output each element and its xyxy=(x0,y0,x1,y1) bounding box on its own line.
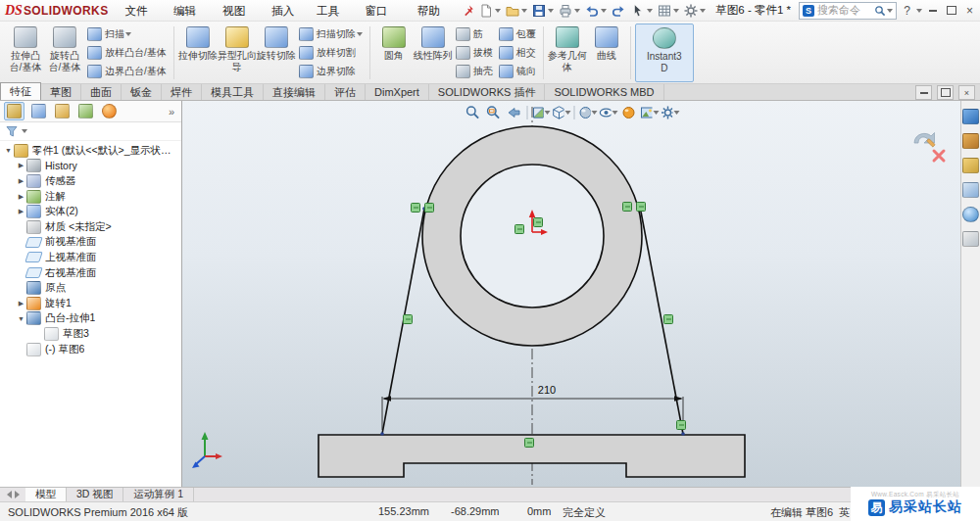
appearances-scenes-icon[interactable] xyxy=(962,207,979,222)
select-button[interactable] xyxy=(628,1,655,20)
display-style-button[interactable] xyxy=(578,104,598,121)
restore-button[interactable] xyxy=(943,2,959,20)
menu-edit[interactable]: 编辑(E) xyxy=(167,0,216,22)
tab-surfaces[interactable]: 曲面 xyxy=(81,84,122,100)
menu-window[interactable]: 窗口(W) xyxy=(359,0,411,22)
undo-button[interactable] xyxy=(582,1,609,20)
view-settings-button[interactable] xyxy=(661,104,680,121)
tree-item-solid-bodies[interactable]: ▶ 实体(2) xyxy=(0,204,181,219)
new-document-button[interactable] xyxy=(476,1,503,20)
curves-button[interactable]: 曲线 xyxy=(587,24,626,82)
graphics-viewport[interactable]: 210 xyxy=(182,101,960,487)
motion-study-tab[interactable]: 运动算例 1 xyxy=(123,488,194,501)
doc-close-button[interactable]: × xyxy=(958,85,975,100)
tab-dimxpert[interactable]: DimXpert xyxy=(366,84,429,100)
boundary-boss-button[interactable]: 边界凸台/基体 xyxy=(84,63,170,80)
tree-item-revolve1[interactable]: ▶ 旋转1 xyxy=(0,296,181,311)
draft-button[interactable]: 拔模 xyxy=(453,44,496,62)
extruded-cut-button[interactable]: 拉伸切除 xyxy=(178,24,218,82)
tab-sketch[interactable]: 草图 xyxy=(41,84,81,100)
hole-wizard-button[interactable]: 异型孔向导 xyxy=(218,24,257,82)
menu-tools[interactable]: 工具(T) xyxy=(310,0,358,22)
menu-view[interactable]: 视图(V) xyxy=(216,0,265,22)
custom-properties-icon[interactable] xyxy=(962,231,979,247)
save-button[interactable] xyxy=(529,1,556,20)
menu-file[interactable]: 文件(F) xyxy=(119,0,167,22)
tab-scroll-buttons[interactable] xyxy=(0,488,25,501)
swept-boss-button[interactable]: 扫描 xyxy=(84,25,170,43)
help-button[interactable]: ? xyxy=(899,2,915,20)
expander-icon[interactable]: ▶ xyxy=(16,162,26,169)
tab-sw-mbd[interactable]: SOLIDWORKS MBD xyxy=(545,84,663,100)
extruded-boss-button[interactable]: 拉伸凸台/基体 xyxy=(6,24,45,82)
view-orientation-button[interactable] xyxy=(552,104,571,121)
tree-item-annotations[interactable]: ▶ 注解 xyxy=(0,189,181,205)
design-library-icon[interactable] xyxy=(962,133,979,149)
sketch-canvas[interactable]: 210 xyxy=(182,101,960,487)
redo-button[interactable] xyxy=(609,1,628,20)
tab-direct-editing[interactable]: 直接编辑 xyxy=(264,84,325,100)
tree-item-top-plane[interactable]: 上视基准面 xyxy=(0,250,181,265)
hide-show-items-button[interactable] xyxy=(599,104,618,121)
filter-dropdown-caret[interactable] xyxy=(22,129,27,133)
sketch-point[interactable] xyxy=(380,432,384,436)
open-document-button[interactable] xyxy=(503,1,529,20)
options-button[interactable] xyxy=(681,1,708,20)
instant3d-toggle[interactable]: Instant3D xyxy=(635,24,694,82)
close-button[interactable]: × xyxy=(961,2,978,20)
tab-sheet-metal[interactable]: 钣金 xyxy=(122,84,162,100)
dimension-210-text[interactable]: 210 xyxy=(538,384,556,396)
lofted-boss-button[interactable]: 放样凸台/基体 xyxy=(84,44,170,62)
configurationmanager-tab[interactable] xyxy=(53,103,72,119)
help-dropdown-caret[interactable] xyxy=(916,9,922,13)
tab-evaluate[interactable]: 评估 xyxy=(325,84,366,100)
resources-icon[interactable] xyxy=(962,109,979,124)
zoom-area-button[interactable] xyxy=(484,104,504,121)
print-button[interactable] xyxy=(556,1,582,20)
3d-views-tab[interactable]: 3D 视图 xyxy=(67,488,123,501)
menu-insert[interactable]: 插入(I) xyxy=(265,0,310,22)
doc-minimize-button[interactable] xyxy=(915,85,932,100)
featuremanager-tab[interactable] xyxy=(4,102,24,120)
expander-icon[interactable]: ▶ xyxy=(16,177,26,185)
tree-item-material[interactable]: 材质 <未指定> xyxy=(0,219,181,235)
boundary-cut-button[interactable]: 边界切除 xyxy=(296,63,366,80)
menu-help[interactable]: 帮助(H) xyxy=(411,0,461,22)
tree-item-sensors[interactable]: ▶ 传感器 xyxy=(0,173,181,189)
lofted-cut-button[interactable]: 放样切割 xyxy=(296,44,366,62)
tab-sw-addins[interactable]: SOLIDWORKS 插件 xyxy=(429,84,546,100)
tree-item-history[interactable]: ▶ History xyxy=(0,159,181,174)
displaymanager-tab[interactable] xyxy=(100,103,119,119)
tree-item-boss-extrude1[interactable]: ▼ 凸台-拉伸1 xyxy=(0,311,181,327)
command-search-input[interactable]: S 搜索命令 xyxy=(799,2,897,20)
pin-menu-button[interactable] xyxy=(460,1,476,20)
expander-icon[interactable]: ▼ xyxy=(16,315,26,322)
dimension-210-group[interactable]: 210 xyxy=(382,384,683,430)
intersect-button[interactable]: 相交 xyxy=(496,44,539,62)
panel-tabs-overflow-button[interactable]: » xyxy=(166,106,177,118)
propertymanager-tab[interactable] xyxy=(29,103,48,119)
filter-funnel-icon[interactable] xyxy=(5,124,19,138)
selection-filter-button[interactable] xyxy=(655,1,681,20)
tree-item-origin[interactable]: 原点 xyxy=(0,280,181,296)
expander-icon[interactable]: ▼ xyxy=(3,147,14,154)
expander-icon[interactable]: ▶ xyxy=(16,193,26,201)
previous-view-button[interactable] xyxy=(505,104,524,121)
tree-item-front-plane[interactable]: 前视基准面 xyxy=(0,235,181,251)
apply-scene-button[interactable] xyxy=(640,104,660,121)
section-view-button[interactable] xyxy=(531,104,551,121)
file-explorer-icon[interactable] xyxy=(962,158,979,173)
mirror-button[interactable]: 镜向 xyxy=(496,63,539,80)
cancel-sketch-button[interactable] xyxy=(931,148,947,166)
sketch-point[interactable] xyxy=(681,432,685,436)
tab-features[interactable]: 特征 xyxy=(0,82,41,100)
edit-appearance-button[interactable] xyxy=(619,104,639,121)
tree-item-part[interactable]: ▼ 零件1 (默认<<默认>_显示状态 1>) xyxy=(0,143,181,159)
tab-weldments[interactable]: 焊件 xyxy=(162,84,202,100)
tree-item-sketch3[interactable]: 草图3 xyxy=(0,326,181,342)
dimxpertmanager-tab[interactable] xyxy=(76,103,95,119)
view-palette-icon[interactable] xyxy=(962,182,979,198)
minimize-button[interactable] xyxy=(924,2,941,20)
zoom-fit-button[interactable] xyxy=(464,104,483,121)
expander-icon[interactable]: ▶ xyxy=(16,208,26,215)
